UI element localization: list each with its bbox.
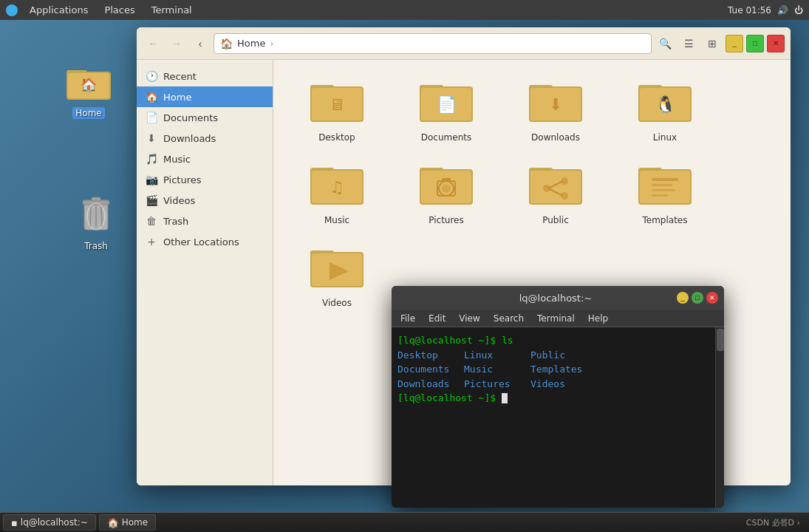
terminal-desktop: Desktop — [397, 348, 464, 363]
terminal-downloads: Downloads — [397, 377, 464, 392]
toolbar-right: 🔍 ☰ ⊞ — [655, 33, 723, 54]
sidebar-item-other[interactable]: + Other Locations — [137, 231, 273, 252]
svg-rect-51 — [652, 189, 675, 191]
home-folder-icon: 🏠 — [65, 57, 112, 104]
folder-desktop[interactable]: 🖥 Desktop — [285, 72, 389, 149]
folder-music-label: Music — [324, 215, 349, 225]
terminal-line-4: Downloads Pictures Videos — [397, 377, 705, 392]
terminal-music: Music — [464, 362, 530, 377]
terminal-prompt-2: [lq@localhost ~]$ — [397, 392, 502, 403]
sidebar-item-downloads[interactable]: ⬇ Downloads — [137, 128, 273, 149]
terminal-menu-help[interactable]: Help — [582, 312, 614, 325]
folder-downloads[interactable]: ⬇ Downloads — [504, 72, 607, 149]
svg-text:♫: ♫ — [330, 178, 344, 197]
view-list-button[interactable]: ☰ — [678, 33, 699, 54]
location-forward-icon: › — [270, 38, 273, 49]
terminal-maximize[interactable]: □ — [692, 292, 703, 304]
sidebar-label-music: Music — [163, 154, 191, 165]
home-icon: 🏠 — [146, 91, 157, 103]
terminal-menu: File Edit View Search Terminal Help — [392, 310, 724, 327]
sidebar-item-home[interactable]: 🏠 Home — [137, 86, 273, 107]
terminal-videos: Videos — [530, 377, 597, 392]
svg-point-44 — [561, 177, 568, 185]
terminal-menu-view[interactable]: View — [453, 312, 485, 325]
sidebar-item-pictures[interactable]: 📷 Pictures — [137, 169, 273, 190]
folder-downloads-label: Downloads — [531, 132, 580, 143]
sidebar-label-pictures: Pictures — [163, 174, 201, 185]
svg-rect-36 — [442, 178, 451, 182]
downloads-icon: ⬇ — [146, 132, 157, 144]
taskbar-terminal[interactable]: ▪ lq@localhost:~ — [3, 514, 96, 531]
other-icon: + — [146, 236, 157, 248]
terminal-window: lq@localhost:~ _ □ ✕ File Edit View Sear… — [392, 286, 724, 508]
taskbar-home[interactable]: 🏠 Home — [99, 514, 156, 531]
svg-line-7 — [101, 206, 102, 227]
terminal-close[interactable]: ✕ — [706, 292, 718, 304]
terminal-public: Public — [530, 348, 597, 363]
videos-icon: 🎬 — [146, 194, 157, 206]
svg-rect-48 — [640, 171, 690, 203]
folder-documents[interactable]: 📄 Documents — [395, 72, 498, 149]
terminal-body[interactable]: [lq@localhost ~]$ ls Desktop Linux Publi… — [392, 327, 715, 508]
taskbar-right-text: CSDN 必答D › — [746, 517, 806, 528]
taskbar-terminal-label: lq@localhost:~ — [21, 517, 88, 528]
sidebar-item-trash[interactable]: 🗑 Trash — [137, 211, 273, 231]
taskbar-home-icon: 🏠 — [107, 517, 119, 528]
terminal-menu-terminal[interactable]: Terminal — [531, 312, 581, 325]
taskbar: ▪ lq@localhost:~ 🏠 Home CSDN 必答D › — [0, 512, 809, 532]
menu-terminal[interactable]: Terminal — [144, 3, 199, 17]
documents-icon: 📄 — [146, 112, 157, 123]
desktop-icon-home-label: Home — [72, 107, 104, 119]
folder-linux[interactable]: 🐧 Linux — [613, 72, 717, 149]
sidebar-label-downloads: Downloads — [163, 133, 216, 144]
search-button[interactable]: 🔍 — [655, 33, 675, 54]
folder-templates[interactable]: Templates — [613, 154, 717, 231]
svg-rect-52 — [652, 194, 668, 197]
clock: Tue 01:56 — [728, 5, 771, 16]
svg-text:🖥: 🖥 — [329, 95, 345, 114]
up-button[interactable]: ‹ — [190, 33, 211, 54]
terminal-templates: Templates — [530, 362, 597, 377]
terminal-linux: Linux — [464, 348, 530, 363]
close-button[interactable]: ✕ — [767, 35, 785, 52]
location-home-icon: 🏠 — [220, 38, 233, 50]
folder-music[interactable]: ♫ Music — [285, 154, 389, 231]
desktop-icon-trash[interactable]: Trash — [66, 190, 126, 252]
sidebar-item-music[interactable]: 🎵 Music — [137, 149, 273, 169]
svg-text:🐧: 🐧 — [655, 95, 676, 115]
maximize-button[interactable]: □ — [746, 35, 764, 52]
svg-line-5 — [90, 206, 91, 227]
sound-icon[interactable]: 🔊 — [777, 5, 788, 16]
desktop-icon-home[interactable]: 🏠 Home — [59, 57, 118, 119]
terminal-cmd-1: ls — [502, 335, 513, 346]
folder-videos[interactable]: Videos — [285, 237, 389, 314]
back-button[interactable]: ← — [143, 33, 163, 54]
svg-rect-49 — [652, 178, 678, 181]
recent-icon: 🕐 — [146, 70, 157, 82]
terminal-menu-file[interactable]: File — [395, 312, 421, 325]
sidebar-item-videos[interactable]: 🎬 Videos — [137, 190, 273, 211]
sidebar-label-documents: Documents — [163, 112, 218, 123]
terminal-pictures: Pictures — [464, 377, 530, 392]
menu-places[interactable]: Places — [97, 3, 142, 17]
taskbar-terminal-icon: ▪ — [11, 517, 18, 528]
folder-videos-label: Videos — [322, 298, 352, 308]
terminal-minimize[interactable]: _ — [677, 292, 689, 304]
menu-applications[interactable]: Applications — [22, 3, 95, 17]
power-icon[interactable]: ⏻ — [794, 5, 803, 16]
terminal-menu-search[interactable]: Search — [488, 312, 530, 325]
location-bar: 🏠 Home › — [214, 33, 652, 54]
terminal-menu-edit[interactable]: Edit — [423, 312, 451, 325]
folder-pictures[interactable]: Pictures — [395, 154, 498, 231]
desktop-icon-trash-label: Trash — [81, 240, 111, 252]
view-grid-button[interactable]: ⊞ — [702, 33, 723, 54]
folder-public[interactable]: Public — [504, 154, 607, 231]
desktop: 🏠 Home Trash — [0, 20, 809, 532]
forward-button[interactable]: → — [166, 33, 187, 54]
minimize-button[interactable]: _ — [726, 35, 743, 52]
sidebar-item-documents[interactable]: 📄 Documents — [137, 107, 273, 128]
terminal-scrollbar[interactable] — [715, 327, 724, 508]
terminal-line-1: [lq@localhost ~]$ ls — [397, 333, 705, 348]
terminal-titlebar: lq@localhost:~ _ □ ✕ — [392, 286, 724, 310]
sidebar-item-recent[interactable]: 🕐 Recent — [137, 66, 273, 86]
